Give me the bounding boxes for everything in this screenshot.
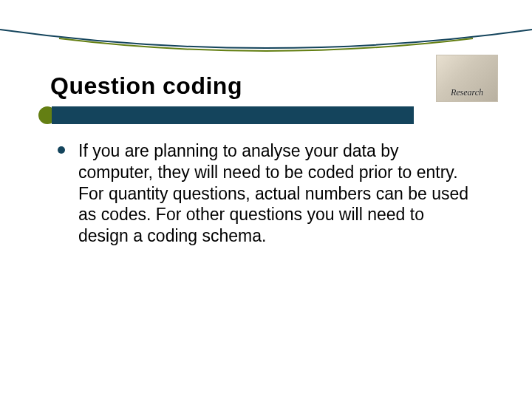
title-underline-bar <box>52 106 414 124</box>
body-area: If you are planning to analyse your data… <box>58 140 471 247</box>
title-area: Question coding <box>50 72 464 100</box>
corner-research-image: Research <box>436 55 498 102</box>
corner-image-label: Research <box>451 87 483 98</box>
bullet-item: If you are planning to analyse your data… <box>58 140 471 247</box>
decorative-top-curve <box>0 0 532 55</box>
bullet-dot-icon <box>58 146 65 154</box>
slide-title: Question coding <box>50 72 464 100</box>
bullet-text: If you are planning to analyse your data… <box>78 140 471 247</box>
